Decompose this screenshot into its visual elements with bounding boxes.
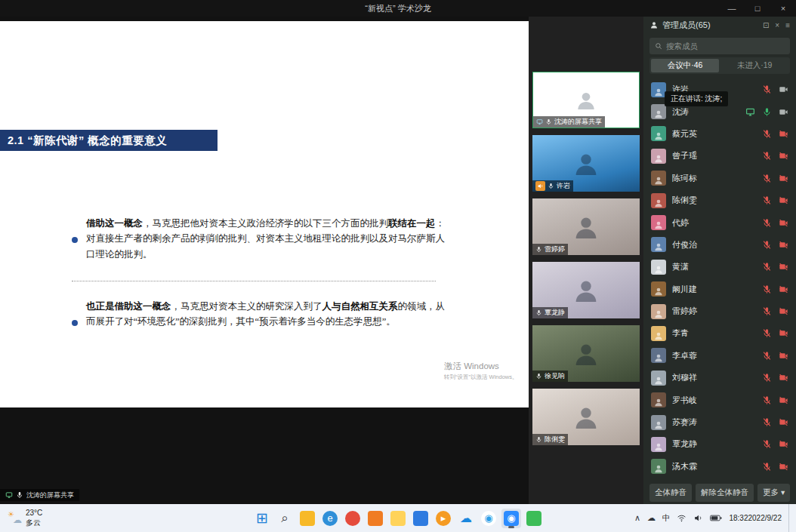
video-tile[interactable]: 陈俐雯 — [532, 389, 640, 445]
mic-icon[interactable] — [762, 218, 772, 228]
member-row[interactable]: 付俊治 — [643, 234, 796, 256]
camera-icon[interactable] — [779, 174, 788, 183]
camera-icon[interactable] — [779, 328, 788, 338]
taskbar-apps: ⊞ ⌕ e — [252, 509, 544, 528]
member-row[interactable]: 罗书岐 — [643, 389, 796, 411]
taskbar-app-icon[interactable]: e — [320, 509, 340, 528]
taskbar-app-icon[interactable]: ⌕ — [275, 509, 295, 528]
taskbar-app-icon[interactable] — [343, 509, 363, 528]
taskbar-app-icon[interactable] — [298, 509, 317, 528]
member-action-button[interactable]: 更多 ▾ — [757, 484, 790, 502]
camera-icon[interactable] — [779, 462, 788, 472]
clock[interactable]: 18:32 2022/9/22 — [729, 513, 782, 523]
taskbar-app-icon[interactable]: ◉ — [501, 509, 521, 528]
member-name: 蔡元英 — [672, 128, 756, 140]
member-row[interactable]: 陈珂标 — [643, 168, 796, 189]
member-row[interactable]: 黄潇 — [643, 256, 796, 278]
mic-icon[interactable] — [762, 395, 772, 405]
camera-icon[interactable] — [779, 107, 788, 117]
taskbar-app-icon[interactable]: ◉ — [479, 509, 498, 528]
member-row[interactable]: 陈俐雯 — [643, 189, 796, 211]
camera-icon[interactable] — [779, 284, 788, 294]
camera-icon[interactable] — [779, 262, 788, 272]
mic-icon[interactable] — [762, 195, 772, 205]
camera-icon[interactable] — [779, 195, 788, 205]
volume-icon[interactable] — [693, 513, 703, 523]
taskbar-app-icon[interactable]: ⊞ — [252, 509, 272, 528]
video-tile[interactable]: 许岩 — [532, 135, 640, 192]
member-status-icons — [762, 373, 788, 383]
dotted-divider — [72, 281, 436, 281]
member-row[interactable]: 李卓蓉 — [643, 345, 796, 367]
mic-icon[interactable] — [762, 306, 772, 316]
member-row[interactable]: 曾子瑶 — [643, 145, 796, 167]
member-row[interactable]: 覃龙静 — [643, 433, 796, 455]
onedrive-cloud-icon[interactable]: ☁ — [647, 513, 656, 523]
member-row[interactable]: 李青 — [643, 322, 796, 344]
member-row[interactable]: 代婷 — [643, 211, 796, 233]
maximize-button[interactable]: □ — [745, 0, 770, 17]
video-tile[interactable]: 徐见响 — [532, 325, 640, 382]
mic-icon[interactable] — [762, 284, 772, 294]
taskbar-app-icon[interactable] — [388, 509, 408, 528]
mic-icon[interactable] — [762, 85, 772, 94]
mic-icon[interactable] — [762, 373, 772, 383]
popout-icon[interactable]: ⊡ — [763, 21, 769, 29]
mic-icon[interactable] — [762, 129, 772, 139]
mic-icon[interactable] — [762, 240, 772, 250]
mic-icon[interactable] — [762, 107, 772, 117]
member-row[interactable]: 汤木霖 — [643, 456, 796, 477]
battery-icon[interactable] — [710, 515, 722, 521]
panel-menu-icon[interactable]: ≡ — [785, 21, 790, 29]
camera-icon[interactable] — [779, 306, 788, 316]
member-name: 阚川建 — [672, 284, 756, 295]
chevron-up-icon[interactable]: ∧ — [634, 513, 640, 523]
app-glyph: ☁ — [458, 511, 474, 526]
camera-icon[interactable] — [779, 151, 788, 161]
camera-icon[interactable] — [779, 439, 788, 449]
video-tile[interactable]: 沈涛的屏幕共享 — [532, 72, 640, 128]
close-panel-icon[interactable]: × — [775, 21, 779, 29]
camera-icon[interactable] — [779, 240, 788, 250]
camera-icon[interactable] — [779, 373, 788, 383]
weather-widget[interactable]: ☀☁ 23°C 多云 — [0, 509, 50, 527]
close-button[interactable]: × — [770, 0, 796, 17]
member-action-button[interactable]: 解除全体静音 — [696, 484, 754, 502]
mic-icon[interactable] — [762, 328, 772, 338]
taskbar-app-icon[interactable] — [366, 509, 385, 528]
member-row[interactable]: 刘穆祥 — [643, 367, 796, 389]
mic-icon[interactable] — [762, 174, 772, 183]
video-tile[interactable]: 覃龙静 — [532, 262, 640, 318]
member-action-button[interactable]: 全体静音 — [649, 484, 692, 502]
camera-icon[interactable] — [779, 417, 788, 427]
video-tile[interactable]: 雷婷婷 — [532, 198, 640, 255]
minimize-button[interactable]: — — [719, 0, 745, 17]
camera-icon[interactable] — [779, 85, 788, 94]
taskbar-app-icon[interactable]: ▸ — [433, 509, 453, 528]
camera-icon[interactable] — [779, 395, 788, 405]
tab-in-meeting[interactable]: 会议中·46 — [651, 59, 719, 72]
taskbar-app-icon[interactable] — [411, 509, 430, 528]
member-row[interactable]: 阚川建 — [643, 278, 796, 300]
mic-icon[interactable] — [762, 462, 772, 472]
camera-icon[interactable] — [779, 129, 788, 139]
member-search-box[interactable] — [649, 38, 790, 54]
taskbar-app-icon[interactable] — [524, 509, 544, 528]
ime-indicator[interactable]: 中 — [662, 513, 671, 524]
tab-not-joined[interactable]: 未进入·19 — [720, 59, 788, 72]
wifi-icon[interactable] — [677, 513, 686, 523]
member-search-input[interactable] — [666, 42, 785, 51]
mic-icon[interactable] — [762, 262, 772, 272]
member-row[interactable]: 苏赛涛 — [643, 411, 796, 433]
mic-icon[interactable] — [762, 439, 772, 449]
meeting-title: “新视点” 学术沙龙 — [365, 3, 430, 14]
camera-icon[interactable] — [779, 218, 788, 228]
mic-icon[interactable] — [762, 351, 772, 361]
show-desktop-button[interactable] — [788, 504, 791, 532]
camera-icon[interactable] — [779, 351, 788, 361]
mic-icon[interactable] — [762, 151, 772, 161]
mic-icon[interactable] — [762, 417, 772, 427]
member-row[interactable]: 雷婷婷 — [643, 300, 796, 322]
member-row[interactable]: 蔡元英 — [643, 123, 796, 145]
taskbar-app-icon[interactable]: ☁ — [456, 509, 476, 528]
